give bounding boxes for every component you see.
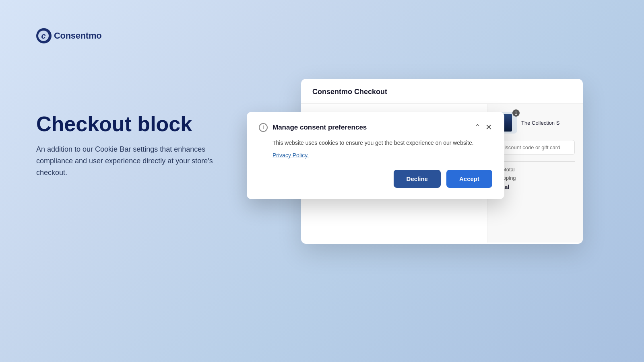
logo-icon xyxy=(36,28,52,43)
privacy-policy-link[interactable]: Privacy Policy. xyxy=(272,152,492,158)
logo: Consentmo xyxy=(36,28,101,43)
hero-title: Checkout block xyxy=(36,113,237,136)
product-badge: 1 xyxy=(512,109,520,117)
subtotal-row: Subtotal xyxy=(495,167,575,173)
consent-modal-title: Manage consent preferences xyxy=(272,123,367,132)
consent-modal: i Manage consent preferences ⌃ ✕ This we… xyxy=(247,112,504,199)
order-item: 1 The Collection S xyxy=(495,112,575,134)
close-button[interactable]: ✕ xyxy=(485,123,492,131)
info-icon: i xyxy=(259,123,268,132)
order-totals: Subtotal Shipping Total xyxy=(495,161,575,190)
consent-modal-controls: ⌃ ✕ xyxy=(475,123,492,131)
hero-subtitle: An addition to our Cookie Bar settings t… xyxy=(36,144,237,178)
checkout-header: Consentmo Checkout xyxy=(301,79,583,104)
product-name: The Collection S xyxy=(521,120,559,126)
collapse-button[interactable]: ⌃ xyxy=(475,123,481,131)
consent-body-text: This website uses cookies to ensure you … xyxy=(259,138,492,147)
consent-title-group: i Manage consent preferences xyxy=(259,123,367,132)
discount-input[interactable] xyxy=(496,140,574,154)
hero-section: Checkout block An addition to our Cookie… xyxy=(36,113,237,179)
discount-field[interactable] xyxy=(495,140,575,155)
decline-button[interactable]: Decline xyxy=(394,170,441,188)
consent-buttons: Decline Accept xyxy=(259,170,492,188)
checkout-title: Consentmo Checkout xyxy=(312,88,387,96)
consent-modal-header: i Manage consent preferences ⌃ ✕ xyxy=(259,123,492,132)
shipping-row: Shipping xyxy=(495,175,575,181)
accept-button[interactable]: Accept xyxy=(446,170,492,188)
brand-name: Consentmo xyxy=(54,31,101,41)
total-row: Total xyxy=(495,183,575,190)
